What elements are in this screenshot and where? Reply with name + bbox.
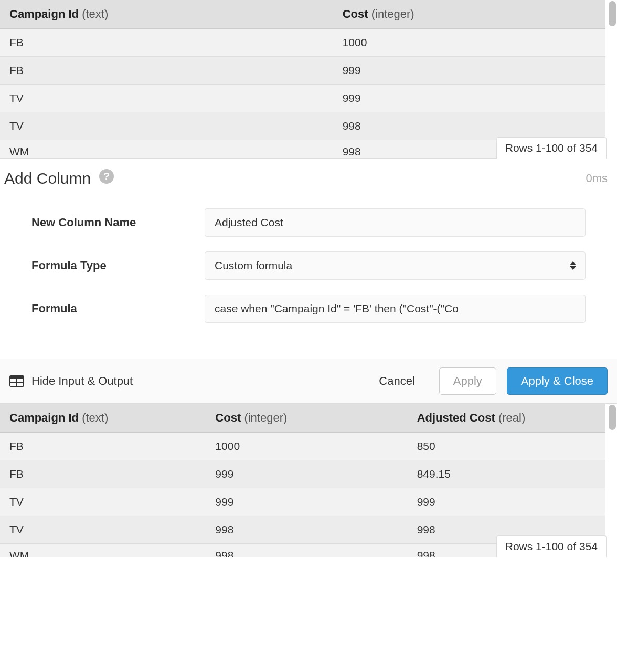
form-row-formula: Formula <box>31 295 586 323</box>
toggle-input-output[interactable]: Hide Input & Output <box>9 374 133 388</box>
svg-rect-2 <box>10 379 16 382</box>
label-new-column-name: New Column Name <box>31 216 205 229</box>
column-name: Campaign Id <box>9 411 79 424</box>
cancel-button[interactable]: Cancel <box>365 368 428 394</box>
cell-adjusted-cost: 849.15 <box>408 460 605 488</box>
cell-cost: 1000 <box>333 29 605 57</box>
cell-cost: 1000 <box>206 433 407 460</box>
cell-cost: 999 <box>333 57 605 85</box>
rows-count-badge: Rows 1-100 of 354 <box>496 536 607 557</box>
column-type: (text) <box>82 411 108 424</box>
scrollbar-thumb[interactable] <box>609 1 616 26</box>
cell-campaign-id: FB <box>0 57 333 85</box>
help-icon[interactable]: ? <box>99 169 114 184</box>
apply-button[interactable]: Apply <box>439 368 496 395</box>
table-row[interactable]: TV 998 <box>0 112 605 140</box>
table-row[interactable]: FB 999 849.15 <box>0 460 605 488</box>
cell-campaign-id: TV <box>0 488 206 516</box>
column-type: (real) <box>498 411 525 424</box>
table-row[interactable]: FB 999 <box>0 57 605 85</box>
table-row[interactable]: FB 1000 <box>0 29 605 57</box>
panel-header: Add Column ? 0ms <box>0 159 617 193</box>
label-formula-type: Formula Type <box>31 259 205 272</box>
table-row[interactable]: TV 999 999 <box>0 488 605 516</box>
table-row[interactable]: TV 999 <box>0 85 605 112</box>
cell-campaign-id: FB <box>0 29 333 57</box>
cell-cost: 999 <box>206 460 407 488</box>
cell-adjusted-cost: 999 <box>408 488 605 516</box>
cell-campaign-id: WM <box>0 544 206 558</box>
column-type: (integer) <box>371 7 414 20</box>
table-icon <box>9 375 24 387</box>
input-data-table: Campaign Id (text) Cost (integer) FB 100… <box>0 0 605 159</box>
cell-cost: 999 <box>333 85 605 112</box>
toggle-label: Hide Input & Output <box>31 374 133 388</box>
column-header[interactable]: Cost (integer) <box>206 404 407 433</box>
cell-cost: 998 <box>206 516 407 544</box>
column-name: Cost <box>343 7 368 20</box>
label-formula: Formula <box>31 302 205 316</box>
cell-campaign-id: TV <box>0 85 333 112</box>
form-row-new-column-name: New Column Name <box>31 208 586 237</box>
cell-campaign-id: WM <box>0 140 333 159</box>
cell-campaign-id: FB <box>0 433 206 460</box>
panel-title: Add Column <box>4 170 91 187</box>
new-column-name-input[interactable] <box>205 208 586 237</box>
column-header[interactable]: Adjusted Cost (real) <box>408 404 605 433</box>
cell-cost: 999 <box>206 488 407 516</box>
column-name: Campaign Id <box>9 7 79 20</box>
column-header[interactable]: Campaign Id (text) <box>0 404 206 433</box>
formula-input[interactable] <box>205 295 586 323</box>
panel-footer: Hide Input & Output Cancel Apply Apply &… <box>0 359 617 403</box>
column-header[interactable]: Cost (integer) <box>333 0 605 29</box>
cell-adjusted-cost: 850 <box>408 433 605 460</box>
column-name: Cost <box>215 411 241 424</box>
cell-campaign-id: TV <box>0 112 333 140</box>
output-table-section: Campaign Id (text) Cost (integer) Adjust… <box>0 404 617 557</box>
column-name: Adjusted Cost <box>417 411 495 424</box>
table-row[interactable]: FB 1000 850 <box>0 433 605 460</box>
column-header[interactable]: Campaign Id (text) <box>0 0 333 29</box>
input-table-section: Campaign Id (text) Cost (integer) FB 100… <box>0 0 617 159</box>
cell-campaign-id: FB <box>0 460 206 488</box>
scrollbar-thumb[interactable] <box>609 405 616 430</box>
cell-cost: 998 <box>333 112 605 140</box>
form-body: New Column Name Formula Type Custom form… <box>0 193 617 359</box>
timing-label: 0ms <box>586 172 608 185</box>
column-type: (text) <box>82 7 108 20</box>
cell-campaign-id: TV <box>0 516 206 544</box>
add-column-panel: Add Column ? 0ms New Column Name Formula… <box>0 159 617 404</box>
cell-cost: 998 <box>206 544 407 558</box>
apply-close-button[interactable]: Apply & Close <box>507 368 608 395</box>
formula-type-select[interactable]: Custom formula <box>205 251 586 280</box>
form-row-formula-type: Formula Type Custom formula <box>31 251 586 280</box>
rows-count-badge: Rows 1-100 of 354 <box>496 137 607 159</box>
column-type: (integer) <box>244 411 287 424</box>
output-data-table: Campaign Id (text) Cost (integer) Adjust… <box>0 404 605 557</box>
